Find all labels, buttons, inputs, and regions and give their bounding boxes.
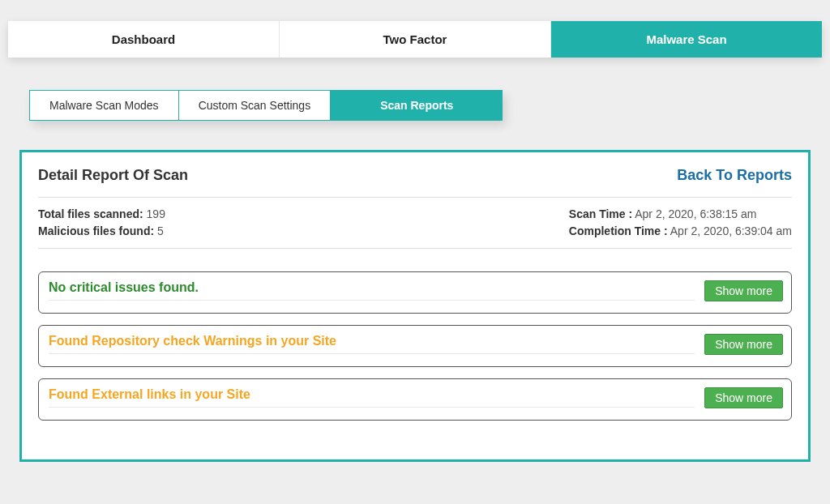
show-more-repository[interactable]: Show more <box>704 334 783 355</box>
issue-external-title: Found External links in your Site <box>49 387 695 408</box>
total-files-label: Total files scanned: <box>38 207 143 220</box>
report-panel: Detail Report Of Scan Back To Reports To… <box>19 150 811 462</box>
scan-summary: Total files scanned: 199 Malicious files… <box>38 197 792 249</box>
tab-malware-scan[interactable]: Malware Scan <box>551 21 822 58</box>
completion-time-value: Apr 2, 2020, 6:39:04 am <box>670 224 792 237</box>
tab-two-factor[interactable]: Two Factor <box>280 21 551 58</box>
summary-right: Scan Time : Apr 2, 2020, 6:38:15 am Comp… <box>569 206 792 240</box>
subtab-custom-settings[interactable]: Custom Scan Settings <box>179 90 332 121</box>
main-tabs: Dashboard Two Factor Malware Scan <box>8 21 822 58</box>
issue-repository-warnings: Found Repository check Warnings in your … <box>38 325 792 367</box>
issue-repository-title: Found Repository check Warnings in your … <box>49 334 695 354</box>
malicious-files-value: 5 <box>157 224 164 237</box>
issue-external-links: Found External links in your Site Show m… <box>38 378 792 421</box>
tab-dashboard[interactable]: Dashboard <box>8 21 280 58</box>
show-more-external[interactable]: Show more <box>704 387 783 408</box>
issue-no-critical-title: No critical issues found. <box>49 280 695 301</box>
panel-title: Detail Report Of Scan <box>38 167 188 184</box>
summary-left: Total files scanned: 199 Malicious files… <box>38 206 165 240</box>
subtab-scan-modes[interactable]: Malware Scan Modes <box>29 90 179 121</box>
back-to-reports-link[interactable]: Back To Reports <box>677 167 792 184</box>
malicious-files-label: Malicious files found: <box>38 224 154 237</box>
sub-tabs: Malware Scan Modes Custom Scan Settings … <box>29 90 503 121</box>
total-files-value: 199 <box>147 207 165 220</box>
scan-time-value: Apr 2, 2020, 6:38:15 am <box>635 207 756 220</box>
panel-header: Detail Report Of Scan Back To Reports <box>38 167 792 184</box>
scan-time-label: Scan Time : <box>569 207 632 220</box>
subtab-scan-reports[interactable]: Scan Reports <box>331 90 503 121</box>
issue-no-critical: No critical issues found. Show more <box>38 271 792 314</box>
show-more-no-critical[interactable]: Show more <box>704 280 783 301</box>
completion-time-label: Completion Time : <box>569 224 668 237</box>
